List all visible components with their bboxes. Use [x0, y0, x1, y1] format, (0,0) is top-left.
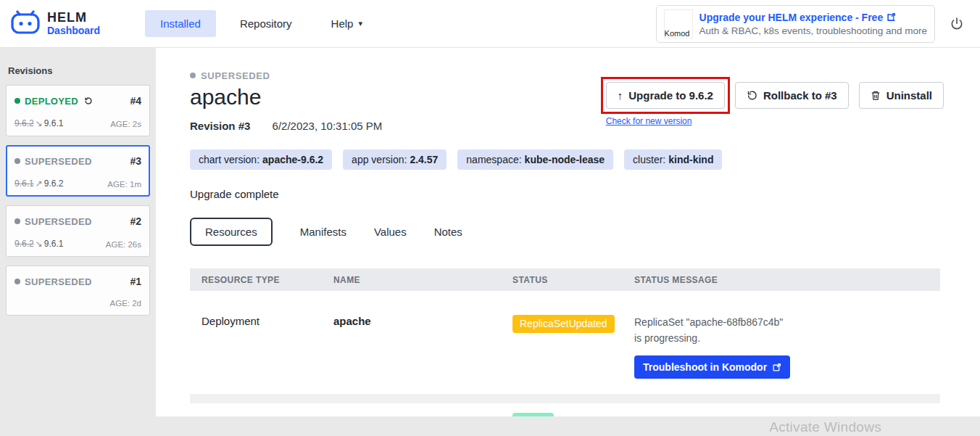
tab-notes[interactable]: Notes — [434, 226, 462, 238]
col-status: STATUS — [512, 275, 634, 285]
external-link-icon — [772, 363, 781, 372]
power-button[interactable] — [950, 17, 964, 31]
komodor-logo-text: Komod — [665, 29, 690, 38]
table-header-row: RESOURCE TYPE NAME STATUS STATUS MESSAGE — [190, 268, 940, 291]
revision-number: #1 — [130, 276, 141, 287]
trash-icon — [871, 90, 881, 101]
arrow-up-icon: ↑ — [618, 89, 623, 102]
status-dot — [14, 218, 20, 224]
revision-label: Revision #3 — [190, 120, 250, 132]
revision-card-4[interactable]: DEPLOYED #4 9.6.2↘9.6.1 AGE: 2s — [6, 85, 150, 136]
upgrade-button[interactable]: ↑ Upgrade to 9.6.2 — [606, 82, 725, 109]
col-resource-type: RESOURCE TYPE — [202, 275, 333, 285]
detail-tabs: Resources Manifests Values Notes — [190, 218, 944, 246]
rollback-button[interactable]: Rollback to #3 — [735, 82, 849, 109]
release-status-badge: SUPERSEDED — [190, 70, 270, 81]
tab-resources[interactable]: Resources — [190, 218, 273, 246]
revision-status: DEPLOYED — [14, 96, 93, 107]
status-message-text: ReplicaSet "apache-68fb867c4b" is progre… — [634, 315, 786, 346]
troubleshoot-button[interactable]: Troubleshoot in Komodor — [634, 355, 790, 379]
power-icon — [950, 17, 964, 31]
cell-status: ReplicaSetUpdated — [512, 315, 634, 333]
revision-status: SUPERSEDED — [14, 216, 92, 227]
revision-number: #3 — [130, 155, 141, 167]
tab-manifests[interactable]: Manifests — [300, 226, 346, 238]
revision-versions: 9.6.2↘9.6.1 — [14, 239, 63, 249]
nav-help-label: Help — [331, 17, 354, 30]
logo-title: HELM — [47, 11, 100, 25]
helm-robot-icon — [10, 9, 41, 38]
nav-tab-installed[interactable]: Installed — [145, 10, 216, 37]
arrow-up-icon: ↗ — [34, 178, 44, 189]
revision-card-1[interactable]: SUPERSEDED #1 AGE: 2d — [6, 266, 150, 316]
revisions-sidebar: Revisions DEPLOYED #4 9.6 — [0, 48, 156, 436]
revision-age: AGE: 26s — [106, 240, 141, 249]
revision-status: SUPERSEDED — [14, 156, 92, 167]
main-nav: Installed Repository Help ▾ — [145, 10, 378, 37]
promo-text: Upgrade your HELM experience - Free Auth… — [699, 12, 927, 36]
top-bar: HELM Dashboard Installed Repository Help… — [0, 0, 980, 48]
promo-link-label: Upgrade your HELM experience - Free — [699, 12, 884, 23]
promo-link[interactable]: Upgrade your HELM experience - Free — [699, 12, 927, 23]
app-root: HELM Dashboard Installed Repository Help… — [0, 0, 980, 436]
status-dot — [14, 158, 20, 164]
status-dot — [190, 73, 196, 78]
revision-age: AGE: 1m — [107, 180, 141, 189]
release-title: apache — [190, 85, 382, 110]
col-name: NAME — [333, 275, 512, 285]
reload-icon — [84, 96, 93, 105]
uninstall-button[interactable]: Uninstall — [859, 82, 944, 109]
revision-date: 6/2/2023, 10:31:05 PM — [273, 120, 383, 132]
status-dot — [14, 98, 20, 104]
revision-age: AGE: 2s — [110, 120, 141, 128]
komodor-promo-banner[interactable]: Komod Upgrade your HELM experience - Fre… — [656, 5, 935, 43]
nav-tab-help[interactable]: Help ▾ — [316, 10, 378, 37]
status-badge: ReplicaSetUpdated — [512, 315, 615, 333]
cluster-badge: cluster:kind-kind — [624, 149, 722, 170]
cell-status-message: ReplicaSet "apache-68fb867c4b" is progre… — [634, 315, 940, 379]
resources-table: RESOURCE TYPE NAME STATUS STATUS MESSAGE… — [190, 268, 940, 416]
revision-versions: 9.6.1↗9.6.2 — [14, 178, 63, 189]
helm-logo[interactable]: HELM Dashboard — [10, 9, 132, 38]
sidebar-title: Revisions — [8, 65, 148, 76]
revision-versions: 9.6.2↘9.6.1 — [14, 118, 63, 128]
revision-status: SUPERSEDED — [14, 276, 92, 287]
release-detail: SUPERSEDED apache Revision #3 6/2/2023, … — [156, 48, 980, 416]
revision-number: #2 — [130, 215, 141, 227]
rollback-icon — [747, 90, 757, 101]
tab-values[interactable]: Values — [374, 226, 407, 238]
revision-card-3[interactable]: SUPERSEDED #3 9.6.1↗9.6.2 AGE: 1m — [6, 145, 150, 197]
cell-resource-type: Deployment — [202, 315, 333, 327]
revision-age: AGE: 2d — [110, 299, 141, 308]
nav-tab-repository[interactable]: Repository — [225, 10, 307, 37]
status-dot — [14, 279, 20, 284]
release-description: Upgrade complete — [190, 188, 944, 200]
logo-subtitle: Dashboard — [47, 25, 100, 36]
col-status-message: STATUS MESSAGE — [634, 275, 940, 285]
arrow-down-icon: ↘ — [34, 239, 44, 249]
namespace-badge: namespace:kube-node-lease — [457, 149, 613, 170]
row-separator — [190, 394, 940, 403]
chevron-down-icon: ▾ — [358, 19, 362, 28]
revision-card-2[interactable]: SUPERSEDED #2 9.6.2↘9.6.1 AGE: 26s — [6, 205, 150, 257]
release-metadata: chart version:apache-9.6.2 app version:2… — [190, 149, 944, 170]
table-row-service: Service apache Exists — [190, 403, 940, 416]
activate-windows-watermark: Activate Windows — [769, 419, 881, 435]
external-link-icon — [886, 12, 896, 22]
check-new-version-link[interactable]: Check for new version — [606, 116, 725, 126]
arrow-down-icon: ↘ — [34, 118, 44, 128]
komodor-logo: Komod — [664, 9, 693, 38]
cell-name: apache — [333, 315, 512, 327]
app-version-badge: app version:2.4.57 — [343, 149, 447, 170]
chart-version-badge: chart version:apache-9.6.2 — [190, 149, 332, 170]
revision-number: #4 — [130, 95, 141, 107]
promo-subtitle: Auth & RBAC, k8s events, troubleshooting… — [699, 25, 927, 36]
table-row-deployment: Deployment apache ReplicaSetUpdated Repl… — [190, 300, 940, 394]
